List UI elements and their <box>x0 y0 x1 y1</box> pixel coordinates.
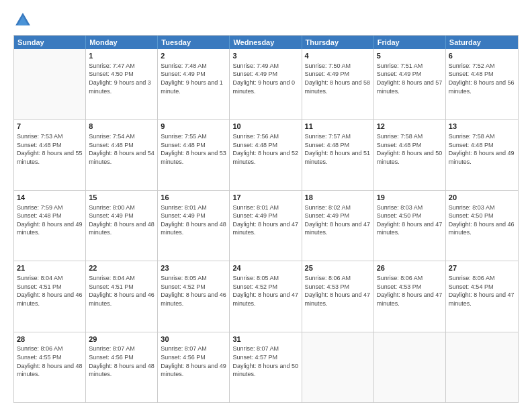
day-number: 3 <box>232 51 298 61</box>
cell-details: Sunrise: 7:50 AMSunset: 4:49 PMDaylight:… <box>305 62 371 95</box>
day-number: 12 <box>377 122 443 132</box>
cell-details: Sunrise: 8:06 AMSunset: 4:54 PMDaylight:… <box>449 274 515 308</box>
cell-details: Sunrise: 7:58 AMSunset: 4:48 PMDaylight:… <box>449 132 515 166</box>
cal-cell-day-20: 20Sunrise: 8:03 AMSunset: 4:50 PMDayligh… <box>446 191 518 261</box>
day-number: 20 <box>449 193 515 203</box>
cal-cell-day-16: 16Sunrise: 8:01 AMSunset: 4:49 PMDayligh… <box>158 191 230 261</box>
cell-details: Sunrise: 8:02 AMSunset: 4:49 PMDaylight:… <box>305 203 371 237</box>
cal-cell-day-22: 22Sunrise: 8:04 AMSunset: 4:51 PMDayligh… <box>86 261 158 331</box>
cal-week-1: 1Sunrise: 7:47 AMSunset: 4:50 PMDaylight… <box>14 49 518 119</box>
day-number: 25 <box>305 263 371 273</box>
cal-cell-day-17: 17Sunrise: 8:01 AMSunset: 4:49 PMDayligh… <box>230 191 302 261</box>
calendar-header: SundayMondayTuesdayWednesdayThursdayFrid… <box>14 36 518 49</box>
cell-details: Sunrise: 8:06 AMSunset: 4:55 PMDaylight:… <box>17 345 83 378</box>
cell-details: Sunrise: 7:59 AMSunset: 4:48 PMDaylight:… <box>17 203 83 237</box>
logo-icon <box>13 11 32 30</box>
cal-cell-day-23: 23Sunrise: 8:05 AMSunset: 4:52 PMDayligh… <box>158 261 230 331</box>
day-number: 29 <box>89 334 154 345</box>
calendar-body: 1Sunrise: 7:47 AMSunset: 4:50 PMDaylight… <box>14 49 518 402</box>
day-number: 26 <box>377 263 443 273</box>
day-number: 24 <box>232 263 298 273</box>
day-number: 2 <box>161 51 226 61</box>
cal-header-saturday: Saturday <box>446 36 518 49</box>
day-number: 22 <box>89 263 154 273</box>
day-number: 6 <box>449 51 515 61</box>
cell-details: Sunrise: 8:03 AMSunset: 4:50 PMDaylight:… <box>377 203 443 237</box>
day-number: 23 <box>161 263 226 273</box>
cell-details: Sunrise: 7:49 AMSunset: 4:49 PMDaylight:… <box>232 62 298 95</box>
cal-cell-day-3: 3Sunrise: 7:49 AMSunset: 4:49 PMDaylight… <box>230 49 302 119</box>
cal-cell-day-27: 27Sunrise: 8:06 AMSunset: 4:54 PMDayligh… <box>446 261 518 331</box>
cal-cell-day-5: 5Sunrise: 7:51 AMSunset: 4:49 PMDaylight… <box>374 49 446 119</box>
cell-details: Sunrise: 8:07 AMSunset: 4:56 PMDaylight:… <box>161 345 226 378</box>
cell-details: Sunrise: 8:01 AMSunset: 4:49 PMDaylight:… <box>232 203 298 237</box>
cell-details: Sunrise: 8:06 AMSunset: 4:53 PMDaylight:… <box>305 274 371 308</box>
cal-cell-day-6: 6Sunrise: 7:52 AMSunset: 4:48 PMDaylight… <box>446 49 518 119</box>
cal-cell-day-15: 15Sunrise: 8:00 AMSunset: 4:49 PMDayligh… <box>86 191 158 261</box>
day-number: 7 <box>17 122 83 132</box>
cell-details: Sunrise: 7:53 AMSunset: 4:48 PMDaylight:… <box>17 132 83 166</box>
cell-details: Sunrise: 8:04 AMSunset: 4:51 PMDaylight:… <box>89 274 154 308</box>
cal-cell-day-21: 21Sunrise: 8:04 AMSunset: 4:51 PMDayligh… <box>14 261 86 331</box>
cal-cell-day-25: 25Sunrise: 8:06 AMSunset: 4:53 PMDayligh… <box>302 261 374 331</box>
cal-cell-day-2: 2Sunrise: 7:48 AMSunset: 4:49 PMDaylight… <box>158 49 230 119</box>
cell-details: Sunrise: 8:05 AMSunset: 4:52 PMDaylight:… <box>161 274 226 308</box>
day-number: 30 <box>161 334 226 345</box>
day-number: 13 <box>449 122 515 132</box>
day-number: 10 <box>232 122 298 132</box>
cal-cell-day-19: 19Sunrise: 8:03 AMSunset: 4:50 PMDayligh… <box>374 191 446 261</box>
cal-cell-day-18: 18Sunrise: 8:02 AMSunset: 4:49 PMDayligh… <box>302 191 374 261</box>
cal-cell-day-26: 26Sunrise: 8:06 AMSunset: 4:53 PMDayligh… <box>374 261 446 331</box>
cell-details: Sunrise: 7:52 AMSunset: 4:48 PMDaylight:… <box>449 62 515 95</box>
cell-details: Sunrise: 8:04 AMSunset: 4:51 PMDaylight:… <box>17 274 83 308</box>
cal-cell-day-10: 10Sunrise: 7:56 AMSunset: 4:48 PMDayligh… <box>230 120 302 189</box>
cell-details: Sunrise: 7:54 AMSunset: 4:48 PMDaylight:… <box>89 132 154 166</box>
cell-details: Sunrise: 7:56 AMSunset: 4:48 PMDaylight:… <box>232 132 298 166</box>
cal-week-5: 28Sunrise: 8:06 AMSunset: 4:55 PMDayligh… <box>14 332 518 402</box>
day-number: 14 <box>17 193 83 203</box>
cal-cell-day-13: 13Sunrise: 7:58 AMSunset: 4:48 PMDayligh… <box>446 120 518 189</box>
cell-details: Sunrise: 7:48 AMSunset: 4:49 PMDaylight:… <box>161 62 226 95</box>
day-number: 28 <box>17 334 83 345</box>
cal-week-3: 14Sunrise: 7:59 AMSunset: 4:48 PMDayligh… <box>14 190 518 261</box>
cell-details: Sunrise: 7:55 AMSunset: 4:48 PMDaylight:… <box>161 132 226 166</box>
cell-details: Sunrise: 7:51 AMSunset: 4:49 PMDaylight:… <box>377 62 443 95</box>
day-number: 21 <box>17 263 83 273</box>
day-number: 18 <box>305 193 371 203</box>
header <box>13 11 519 30</box>
day-number: 5 <box>377 51 443 61</box>
cell-details: Sunrise: 7:57 AMSunset: 4:48 PMDaylight:… <box>305 132 371 166</box>
cal-cell-day-9: 9Sunrise: 7:55 AMSunset: 4:48 PMDaylight… <box>158 120 230 189</box>
cell-details: Sunrise: 8:07 AMSunset: 4:57 PMDaylight:… <box>232 345 298 378</box>
cell-details: Sunrise: 8:05 AMSunset: 4:52 PMDaylight:… <box>232 274 298 308</box>
day-number: 8 <box>89 122 154 132</box>
cell-details: Sunrise: 8:00 AMSunset: 4:49 PMDaylight:… <box>89 203 154 237</box>
day-number: 1 <box>89 51 154 61</box>
cell-details: Sunrise: 8:03 AMSunset: 4:50 PMDaylight:… <box>449 203 515 237</box>
cal-cell-empty <box>374 332 446 402</box>
logo <box>13 11 35 30</box>
cal-header-thursday: Thursday <box>302 36 374 49</box>
day-number: 11 <box>305 122 371 132</box>
day-number: 15 <box>89 193 154 203</box>
cell-details: Sunrise: 8:07 AMSunset: 4:56 PMDaylight:… <box>89 345 154 378</box>
cal-week-2: 7Sunrise: 7:53 AMSunset: 4:48 PMDaylight… <box>14 119 518 189</box>
cal-cell-day-7: 7Sunrise: 7:53 AMSunset: 4:48 PMDaylight… <box>14 120 86 189</box>
cal-cell-day-1: 1Sunrise: 7:47 AMSunset: 4:50 PMDaylight… <box>86 49 158 119</box>
cal-cell-day-14: 14Sunrise: 7:59 AMSunset: 4:48 PMDayligh… <box>14 191 86 261</box>
cal-cell-empty <box>446 332 518 402</box>
cal-header-wednesday: Wednesday <box>230 36 302 49</box>
cal-cell-empty <box>302 332 374 402</box>
cell-details: Sunrise: 8:01 AMSunset: 4:49 PMDaylight:… <box>161 203 226 237</box>
cal-cell-day-28: 28Sunrise: 8:06 AMSunset: 4:55 PMDayligh… <box>14 332 86 402</box>
cal-cell-day-30: 30Sunrise: 8:07 AMSunset: 4:56 PMDayligh… <box>158 332 230 402</box>
cal-header-tuesday: Tuesday <box>158 36 230 49</box>
day-number: 19 <box>377 193 443 203</box>
cal-header-monday: Monday <box>86 36 158 49</box>
day-number: 31 <box>232 334 298 345</box>
cal-cell-day-24: 24Sunrise: 8:05 AMSunset: 4:52 PMDayligh… <box>230 261 302 331</box>
cal-cell-day-12: 12Sunrise: 7:58 AMSunset: 4:48 PMDayligh… <box>374 120 446 189</box>
cal-cell-day-8: 8Sunrise: 7:54 AMSunset: 4:48 PMDaylight… <box>86 120 158 189</box>
day-number: 17 <box>232 193 298 203</box>
cal-cell-day-4: 4Sunrise: 7:50 AMSunset: 4:49 PMDaylight… <box>302 49 374 119</box>
